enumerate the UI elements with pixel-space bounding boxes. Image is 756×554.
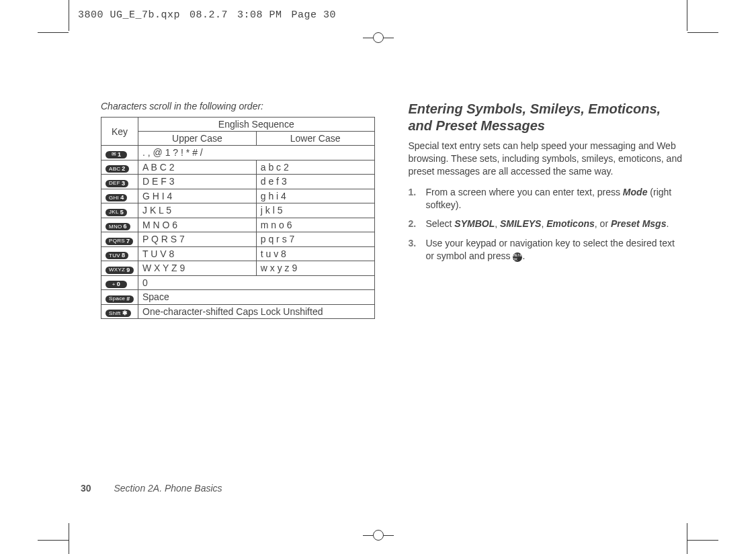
table-row: Space#Space xyxy=(101,290,375,305)
th-upper: Upper Case xyxy=(138,132,257,146)
intro-text: Characters scroll in the following order… xyxy=(101,101,375,111)
table-row: ABC2A B C 2a b c 2 xyxy=(101,160,375,175)
crop-mark xyxy=(687,523,687,554)
key-cell: ✉1 xyxy=(101,146,138,160)
th-eng: English Sequence xyxy=(138,118,375,132)
file-page: Page 30 xyxy=(292,9,337,21)
keypad-key-icon: +0 xyxy=(106,281,127,288)
seq-cell: Space xyxy=(138,290,375,305)
crop-mark xyxy=(38,540,69,541)
key-cell: ABC2 xyxy=(101,160,138,175)
table-row: TUV8T U V 8t u v 8 xyxy=(101,246,375,261)
key-cell: DEF3 xyxy=(101,175,138,189)
th-lower: Lower Case xyxy=(256,132,374,146)
section-heading: Entering Symbols, Smileys, Emoticons, an… xyxy=(409,101,683,134)
seq-cell: . , @ 1 ? ! * # / xyxy=(138,146,375,160)
footer-page-number: 30 xyxy=(81,483,91,494)
crop-mark xyxy=(687,0,687,31)
lower-cell: m n o 6 xyxy=(256,218,374,232)
step-text: From a screen where you can enter text, … xyxy=(426,186,683,212)
steps-list: 1. From a screen where you can enter tex… xyxy=(409,186,683,263)
keypad-key-icon: Shift✱ xyxy=(106,310,131,317)
key-cell: MNO6 xyxy=(101,218,138,232)
seq-cell: 0 xyxy=(138,275,375,290)
file-date: 08.2.7 xyxy=(190,9,228,21)
key-cell: Space# xyxy=(101,290,138,305)
step-2: 2. Select SYMBOL, SMILEYS, Emoticons, or… xyxy=(409,218,683,230)
table-row: Shift✱One-character-shifted Caps Lock Un… xyxy=(101,304,375,319)
keypad-key-icon: GHI4 xyxy=(106,194,127,201)
crop-mark xyxy=(687,32,718,33)
crop-mark xyxy=(69,523,69,554)
step-text: Use your keypad or navigation key to sel… xyxy=(426,237,683,263)
page-footer: 30 Section 2A. Phone Basics xyxy=(81,483,222,494)
step-text: Select SYMBOL, SMILEYS, Emoticons, or Pr… xyxy=(426,218,669,230)
keypad-key-icon: WXYZ9 xyxy=(106,267,134,274)
lower-cell: a b c 2 xyxy=(256,160,374,175)
keypad-key-icon: Space# xyxy=(106,295,134,303)
seq-cell: One-character-shifted Caps Lock Unshifte… xyxy=(138,304,375,319)
file-time: 3:08 PM xyxy=(237,9,282,21)
key-cell: PQRS7 xyxy=(101,232,138,247)
step-1: 1. From a screen where you can enter tex… xyxy=(409,186,683,212)
footer-section: Section 2A. Phone Basics xyxy=(114,483,222,494)
key-cell: JKL5 xyxy=(101,203,138,218)
step-number: 1. xyxy=(409,186,419,212)
lower-cell: j k l 5 xyxy=(256,203,374,218)
upper-cell: M N O 6 xyxy=(138,218,257,232)
lower-cell: d e f 3 xyxy=(256,175,374,189)
upper-cell: A B C 2 xyxy=(138,160,257,175)
upper-cell: G H I 4 xyxy=(138,189,257,203)
print-job-header: 3800 UG_E_7b.qxp 08.2.7 3:08 PM Page 30 xyxy=(78,9,336,21)
key-cell: TUV8 xyxy=(101,246,138,261)
char-table: Key English Sequence Upper Case Lower Ca… xyxy=(101,117,375,319)
key-cell: Shift✱ xyxy=(101,304,138,319)
step-number: 3. xyxy=(409,237,419,263)
file-name: 3800 UG_E_7b.qxp xyxy=(78,9,180,21)
th-key: Key xyxy=(101,118,138,146)
upper-cell: T U V 8 xyxy=(138,246,257,261)
crop-mark xyxy=(69,0,69,31)
key-cell: WXYZ9 xyxy=(101,261,138,276)
document-page: 3800 UG_E_7b.qxp 08.2.7 3:08 PM Page 30 … xyxy=(0,0,756,554)
upper-cell: D E F 3 xyxy=(138,175,257,189)
lower-cell: g h i 4 xyxy=(256,189,374,203)
table-row: MNO6M N O 6m n o 6 xyxy=(101,218,375,232)
upper-cell: P Q R S 7 xyxy=(138,232,257,247)
table-row: DEF3D E F 3d e f 3 xyxy=(101,175,375,189)
menu-ok-icon: MENUOK xyxy=(513,252,522,262)
keypad-key-icon: MNO6 xyxy=(106,223,130,230)
keypad-key-icon: PQRS7 xyxy=(106,238,133,245)
right-column: Entering Symbols, Smileys, Emoticons, an… xyxy=(409,101,683,319)
registration-mark-bottom xyxy=(363,530,394,541)
upper-cell: J K L 5 xyxy=(138,203,257,218)
step-number: 2. xyxy=(409,218,419,230)
key-cell: GHI4 xyxy=(101,189,138,203)
registration-mark-top xyxy=(363,32,394,43)
intro-paragraph: Special text entry sets can help speed y… xyxy=(409,140,683,178)
lower-cell: w x y z 9 xyxy=(256,261,374,276)
table-row: JKL5J K L 5j k l 5 xyxy=(101,203,375,218)
upper-cell: W X Y Z 9 xyxy=(138,261,257,276)
content-area: Characters scroll in the following order… xyxy=(101,101,682,319)
table-row: +00 xyxy=(101,275,375,290)
crop-mark xyxy=(38,32,69,33)
table-row: GHI4G H I 4g h i 4 xyxy=(101,189,375,203)
left-column: Characters scroll in the following order… xyxy=(101,101,375,319)
keypad-key-icon: ✉1 xyxy=(106,151,127,158)
lower-cell: t u v 8 xyxy=(256,246,374,261)
keypad-key-icon: JKL5 xyxy=(106,209,127,216)
keypad-key-icon: ABC2 xyxy=(106,165,129,173)
keypad-key-icon: DEF3 xyxy=(106,180,128,187)
table-row: ✉1. , @ 1 ? ! * # / xyxy=(101,146,375,160)
table-row: PQRS7P Q R S 7p q r s 7 xyxy=(101,232,375,247)
keypad-key-icon: TUV8 xyxy=(106,252,128,259)
lower-cell: p q r s 7 xyxy=(256,232,374,247)
table-row: WXYZ9W X Y Z 9w x y z 9 xyxy=(101,261,375,276)
key-cell: +0 xyxy=(101,275,138,290)
crop-mark xyxy=(687,540,718,541)
step-3: 3. Use your keypad or navigation key to … xyxy=(409,237,683,263)
